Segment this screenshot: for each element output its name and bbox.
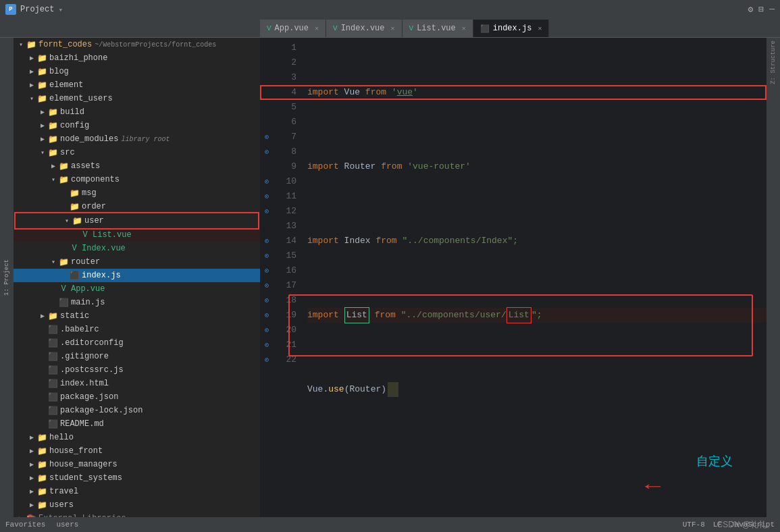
tree-item-list-vue[interactable]: V List.vue xyxy=(14,228,260,242)
tree-item-baizhi[interactable]: ▶ 📁 baizhi_phone xyxy=(14,51,260,65)
tree-item-fornt-codes[interactable]: ▾ 📁 fornt_codes ~/WebstormProjects/fornt… xyxy=(14,38,260,51)
tree-item-babelrc[interactable]: ⬛ .babelrc xyxy=(14,323,260,336)
arrow-icon: ▾ xyxy=(62,217,72,225)
tree-label: main.js xyxy=(71,298,105,307)
tree-item-house-front[interactable]: ▶ 📁 house_front xyxy=(14,444,260,458)
tree-label: Index.vue xyxy=(82,244,126,253)
tree-item-router[interactable]: ▾ 📁 router xyxy=(14,255,260,269)
status-users-text: users xyxy=(56,521,78,529)
tree-label: config xyxy=(60,121,89,130)
tree-item-package-json[interactable]: ⬛ package.json xyxy=(14,390,260,404)
tree-label: router xyxy=(71,257,100,267)
tree-item-hello[interactable]: ▶ 📁 hello xyxy=(14,431,260,444)
tab-list-vue-label: List.vue xyxy=(417,24,456,33)
gutter-icon-18: ⊙ xyxy=(260,293,274,308)
layout-icon[interactable]: ⊟ xyxy=(758,4,764,15)
gutter-icon-11: ⊙ xyxy=(260,189,274,204)
vue-file-icon: V xyxy=(333,24,338,32)
tree-item-config[interactable]: ▶ 📁 config xyxy=(14,119,260,132)
folder-icon: 📁 xyxy=(36,53,47,63)
folder-icon: 📁 xyxy=(69,188,80,198)
tree-item-assets[interactable]: ▶ 📁 assets xyxy=(14,159,260,173)
vue-file-icon: V xyxy=(409,24,414,32)
tree-item-house-managers[interactable]: ▶ 📁 house_managers xyxy=(14,458,260,471)
tree-item-static[interactable]: ▶ 📁 static xyxy=(14,309,260,323)
csdn-watermark: CSDN @礼礼。 xyxy=(717,519,775,531)
file-icon: ⬛ xyxy=(47,325,58,335)
project-icon: P xyxy=(5,4,16,15)
tree-item-index-js[interactable]: ⬛ index.js xyxy=(14,269,260,282)
tree-item-package-lock[interactable]: ⬛ package-lock.json xyxy=(14,404,260,417)
title-dropdown-arrow[interactable]: ▾ xyxy=(58,5,63,14)
tree-item-components[interactable]: ▾ 📁 components xyxy=(14,173,260,186)
minimize-icon[interactable]: — xyxy=(769,4,775,15)
folder-icon: 📁 xyxy=(36,446,47,456)
code-editor[interactable]: ⊙ ⊙ ⊙ ⊙ ⊙ ⊙ ⊙ ⊙ ⊙ ⊙ ⊙ ⊙ ⊙ ⊙ xyxy=(260,38,766,517)
gutter-icon-15: ⊙ xyxy=(260,248,274,263)
file-icon: ⬛ xyxy=(47,352,58,362)
panel-label-project: 1: Project xyxy=(0,38,14,517)
tree-item-travel[interactable]: ▶ 📁 travel xyxy=(14,485,260,498)
gutter-icon-12: ⊙ xyxy=(260,204,274,219)
gutter-icon-6 xyxy=(260,115,274,130)
tree-label: List.vue xyxy=(93,230,132,240)
folder-icon: 📁 xyxy=(36,433,47,443)
tree-item-blog[interactable]: ▶ 📁 blog xyxy=(14,65,260,78)
tree-item-index-html[interactable]: ⬛ index.html xyxy=(14,377,260,390)
gutter-icon-13 xyxy=(260,219,274,234)
gutter-icon-19: ⊙ xyxy=(260,308,274,323)
tree-item-build[interactable]: ▶ 📁 build xyxy=(14,105,260,119)
folder-icon: 📁 xyxy=(36,500,47,510)
gutter-icon-4 xyxy=(260,85,274,100)
tree-label: static xyxy=(60,311,89,321)
tree-item-user[interactable]: ▾ 📁 user xyxy=(16,214,257,228)
tree-item-postcssrc[interactable]: ⬛ .postcssrc.js xyxy=(14,363,260,377)
tree-item-node-modules[interactable]: ▶ 📁 node_modules library root xyxy=(14,132,260,146)
tree-item-src[interactable]: ▾ 📁 src xyxy=(14,146,260,159)
tab-index-vue[interactable]: V Index.vue ✕ xyxy=(326,20,402,37)
arrow-icon: ▾ xyxy=(49,258,58,266)
tree-item-gitignore[interactable]: ⬛ .gitignore xyxy=(14,350,260,363)
folder-icon: 📁 xyxy=(47,311,58,321)
tree-path: ~/WebstormProjects/fornt_codes xyxy=(95,41,216,49)
code-line-3: import Index from "../components/Index"; xyxy=(307,234,766,248)
tab-index-js[interactable]: ⬛ index.js ✕ xyxy=(473,20,550,37)
tree-item-element[interactable]: ▶ 📁 element xyxy=(14,78,260,92)
tree-item-external-libs[interactable]: ▶ 📚 External Libraries xyxy=(14,512,260,517)
tree-label: users xyxy=(49,500,74,510)
tab-close-icon[interactable]: ✕ xyxy=(538,24,542,32)
tree-item-users[interactable]: ▶ 📁 users xyxy=(14,498,260,512)
line-num-7: 7 xyxy=(282,130,296,144)
tree-item-main-js[interactable]: ⬛ main.js xyxy=(14,296,260,309)
tree-item-readme[interactable]: ⬛ README.md xyxy=(14,417,260,431)
tree-item-student-systems[interactable]: ▶ 📁 student_systems xyxy=(14,471,260,485)
tree-item-order[interactable]: 📁 order xyxy=(14,200,260,213)
arrow-icon: ▶ xyxy=(27,81,36,89)
tab-close-icon[interactable]: ✕ xyxy=(462,24,466,32)
tree-label: assets xyxy=(71,161,100,171)
settings-icon[interactable]: ⚙ xyxy=(748,4,754,15)
tab-app-vue[interactable]: V App.vue ✕ xyxy=(260,20,326,37)
tab-index-js-label: index.js xyxy=(493,24,532,33)
tree-item-index-vue[interactable]: V Index.vue xyxy=(14,242,260,255)
line-num-21: 21 xyxy=(282,338,296,352)
tree-item-msg[interactable]: 📁 msg xyxy=(14,186,260,200)
list-token: List xyxy=(344,307,369,323)
code-line-6 xyxy=(307,456,766,471)
arrow-icon: ▶ xyxy=(38,135,47,143)
tree-label: order xyxy=(82,202,106,211)
line-numbers: 1 2 3 4 5 6 7 8 9 10 11 12 13 14 15 16 1 xyxy=(274,38,302,517)
tree-item-app-vue[interactable]: V App.vue xyxy=(14,282,260,296)
tree-item-editorconfig[interactable]: ⬛ .editorconfig xyxy=(14,336,260,350)
folder-icon: 📁 xyxy=(47,148,58,158)
tree-item-element-users[interactable]: ▾ 📁 element_users xyxy=(14,92,260,105)
line-num-12: 12 xyxy=(282,204,296,219)
tab-close-icon[interactable]: ✕ xyxy=(315,24,319,32)
vue-icon: V xyxy=(80,230,90,240)
arrow-icon: ▶ xyxy=(27,68,36,76)
tree-label: index.html xyxy=(60,379,109,388)
tab-index-vue-label: Index.vue xyxy=(341,24,385,33)
tree-label: package.json xyxy=(60,392,118,402)
tab-list-vue[interactable]: V List.vue ✕ xyxy=(402,20,473,37)
tab-close-icon[interactable]: ✕ xyxy=(390,24,394,32)
